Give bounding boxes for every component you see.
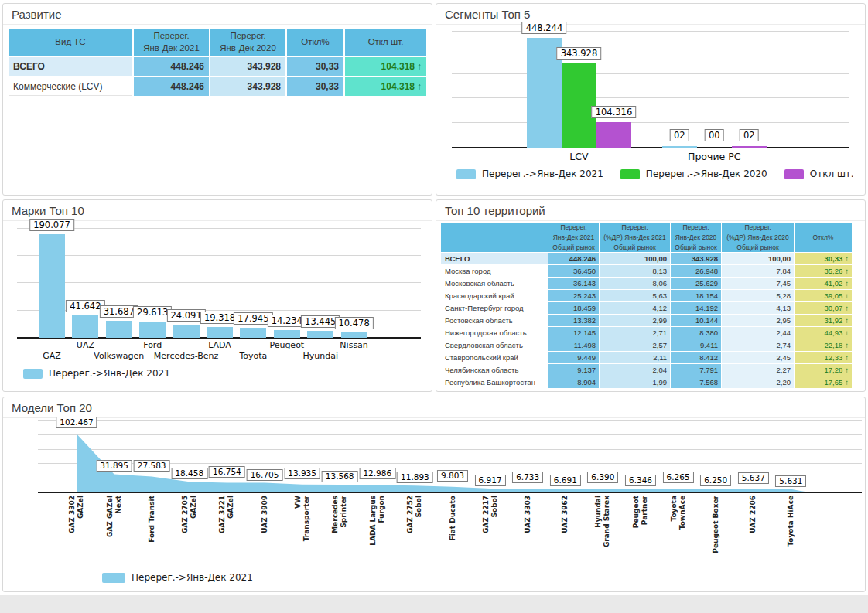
legend-swatch-blue-icon xyxy=(456,169,476,179)
models-legend: Перерег.->Янв-Дек 2021 xyxy=(102,572,253,583)
legend-item-delta[interactable]: Откл шт. xyxy=(784,169,854,179)
x-axis-label: Volkswagen xyxy=(94,351,144,361)
cell-value: 8,13 xyxy=(600,265,670,277)
cell-value: 100,00 xyxy=(722,253,794,264)
value-label: 00 xyxy=(705,129,724,141)
row-label[interactable]: Свердловская область xyxy=(441,339,548,351)
cell-value: 17,65↑ xyxy=(795,376,852,388)
x-axis-label: Toyota xyxy=(239,351,267,361)
cell-value: 2,11 xyxy=(600,352,670,363)
value-label: 9.803 xyxy=(437,470,468,482)
bar-Peugeot[interactable] xyxy=(274,330,300,338)
cell-value: 11.498 xyxy=(548,339,599,351)
column-header[interactable]: Перерег. (%ДР) Янв-Дек 2020 Общий рынок xyxy=(722,223,794,252)
column-header[interactable]: Откл шт. xyxy=(345,29,426,56)
bar-Прочие PC[interactable] xyxy=(732,146,767,148)
x-axis-label: Hyundai xyxy=(302,351,338,361)
column-header[interactable]: Откл% xyxy=(287,29,343,56)
column-header[interactable]: Перерег. Янв-Дек 2021 Общий рынок xyxy=(548,223,599,252)
trend-up-icon: ↑ xyxy=(417,81,422,92)
x-axis-label: UAZ 2206 xyxy=(749,496,757,557)
trend-up-icon: ↑ xyxy=(417,61,422,72)
row-label[interactable]: Коммерческие (LCV) xyxy=(9,77,132,96)
bar-LADA[interactable] xyxy=(207,327,233,338)
cell-value: 2,95 xyxy=(722,315,794,326)
bar-Прочие PC[interactable] xyxy=(662,146,697,148)
legend-label: Перерег.->Янв-Дек 2021 xyxy=(132,572,253,583)
x-axis-label: UAZ 3303 xyxy=(524,496,532,557)
bar-UAZ[interactable] xyxy=(72,315,98,338)
value-label: 104.316 xyxy=(592,106,637,118)
row-label[interactable]: Ростовская область xyxy=(441,315,548,326)
cell-value: 448.246 xyxy=(134,57,209,76)
development-table: Вид ТСПеререг. Янв-Дек 2021Перерег. Янв-… xyxy=(7,28,428,97)
row-label[interactable]: Москва город xyxy=(441,265,548,277)
value-label: 6.733 xyxy=(512,472,543,483)
cell-value: 44,93↑ xyxy=(795,327,852,339)
legend-label: Откл шт. xyxy=(810,169,854,179)
bar-GAZ[interactable] xyxy=(39,234,65,338)
row-label[interactable]: Ставропольский край xyxy=(441,352,548,363)
bar-LCV[interactable] xyxy=(596,122,631,148)
column-header[interactable]: Перерег. Янв-Дек 2021 xyxy=(134,29,209,56)
x-axis xyxy=(452,147,849,148)
bar-Ford[interactable] xyxy=(139,322,166,338)
value-label: 6.346 xyxy=(625,475,656,486)
value-label: 6.265 xyxy=(663,472,694,483)
cell-value: 8.380 xyxy=(671,327,721,339)
value-label: 12.986 xyxy=(359,468,395,479)
models-chart: 102.467GAZ 3302 GAZel31.895GAZ GAZel Nex… xyxy=(38,420,862,492)
value-label: 5.631 xyxy=(775,475,806,487)
row-label[interactable]: ВСЕГО xyxy=(441,253,548,264)
column-header[interactable]: Перерег. Янв-Дек 2020 xyxy=(210,29,285,56)
column-header[interactable]: Откл% xyxy=(795,223,852,252)
cell-value: 2,45 xyxy=(722,352,794,363)
brands-chart: 190.077GAZ41.642UAZ31.687Volkswagen29.61… xyxy=(17,226,421,338)
cell-value: 35,26↑ xyxy=(795,265,852,277)
x-axis-label: Mercedes Sprinter xyxy=(331,496,348,557)
value-label: 190.077 xyxy=(29,219,74,231)
legend-label: Перерег.->Янв-Дек 2021 xyxy=(49,368,170,379)
cell-value: 5,28 xyxy=(722,290,794,301)
cell-value: 9.449 xyxy=(548,352,599,363)
x-axis-label: UAZ 3962 xyxy=(561,496,569,557)
column-header[interactable] xyxy=(441,223,548,252)
legend-swatch-purple-icon xyxy=(784,169,804,179)
legend-item-2021[interactable]: Перерег.->Янв-Дек 2021 xyxy=(102,572,253,583)
table-row: Ставропольский край9.4492,118.4122,4512,… xyxy=(441,352,852,363)
table-row: Ростовская область13.3822,9910.1442,9531… xyxy=(441,315,852,326)
grid-line xyxy=(17,282,421,283)
grid-line xyxy=(17,255,421,256)
bar-Nissan[interactable] xyxy=(341,332,367,338)
value-label: 02 xyxy=(670,129,689,141)
cell-value: 448.246 xyxy=(134,77,209,96)
column-header[interactable]: Перерег. (%ДР) Янв-Дек 2021 Общий рынок xyxy=(600,223,670,252)
row-label[interactable]: Челябинская область xyxy=(441,364,548,376)
row-label[interactable]: Нижегородская область xyxy=(441,327,548,339)
cell-value: 41,02↑ xyxy=(795,278,852,289)
x-axis-label: Peugeot xyxy=(269,340,304,350)
legend-item-2021[interactable]: Перерег.->Янв-Дек 2021 xyxy=(456,169,603,179)
column-header[interactable]: Вид ТС xyxy=(9,29,132,56)
row-label[interactable]: Республика Башкортостан xyxy=(441,376,548,388)
bar-Toyota[interactable] xyxy=(240,328,266,338)
cell-value: 343.928 xyxy=(210,77,285,96)
legend-swatch-green-icon xyxy=(620,169,640,179)
cell-value: 2,71 xyxy=(600,327,670,339)
row-label[interactable]: Краснодарский край xyxy=(441,290,548,301)
bar-Hyundai[interactable] xyxy=(307,331,333,339)
x-axis-label: Nissan xyxy=(340,340,367,350)
panel-brands: Марки Топ 10 190.077GAZ41.642UAZ31.687Vo… xyxy=(2,199,432,392)
x-axis-label: GAZ xyxy=(43,351,61,361)
column-header[interactable]: Перерег. Янв-Дек 2020 Общий рынок xyxy=(671,223,721,252)
cell-value: 12,33↑ xyxy=(795,352,852,363)
legend-item-2020[interactable]: Перерег.->Янв-Дек 2020 xyxy=(620,169,767,179)
cell-value: 343.928 xyxy=(210,57,285,76)
bar-Volkswagen[interactable] xyxy=(106,321,132,338)
row-label[interactable]: ВСЕГО xyxy=(9,57,132,76)
legend-item-2021[interactable]: Перерег.->Янв-Дек 2021 xyxy=(23,368,170,379)
x-axis-label: GAZ GAZel Next xyxy=(106,496,123,557)
bar-Mercedes-Benz[interactable] xyxy=(173,325,200,338)
row-label[interactable]: Московская область xyxy=(441,278,548,289)
row-label[interactable]: Санкт-Петербург город xyxy=(441,302,548,314)
